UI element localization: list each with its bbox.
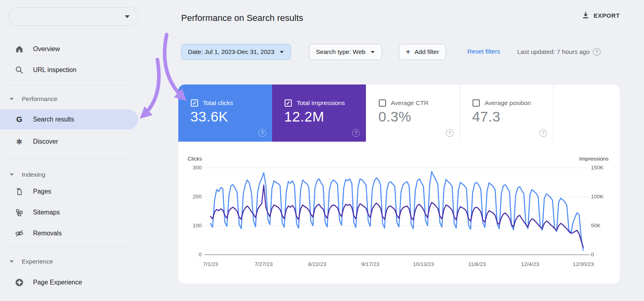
section-indexing[interactable]: Indexing <box>10 169 130 180</box>
metric-label: Average CTR <box>391 99 429 107</box>
section-experience[interactable]: Experience <box>10 256 130 267</box>
collapse-arrow-icon <box>10 260 14 263</box>
sidebar-item-removals[interactable]: Removals <box>0 226 138 241</box>
reset-filters-link[interactable]: Reset filters <box>467 48 500 55</box>
y-axis-tick: 0 <box>178 252 202 258</box>
section-header-label: Indexing <box>22 171 45 178</box>
collapse-arrow-icon <box>10 98 14 100</box>
last-updated-text: Last updated: 7 hours ago <box>517 48 590 56</box>
x-axis-tick: 7/1/23 <box>203 261 218 267</box>
export-label: EXPORT <box>594 12 620 19</box>
metric-label: Total clicks <box>203 99 233 107</box>
date-filter-chip[interactable]: Date: Jul 1, 2023-Dec 31, 2023 <box>181 44 291 60</box>
sidebar-item-discover[interactable]: ✱ Discover <box>0 134 138 149</box>
left-axis-title: Clicks <box>188 156 202 162</box>
sidebar-item-label: Pages <box>33 188 51 195</box>
y-axis-tick: 150K <box>591 165 604 171</box>
chevron-down-icon <box>280 51 284 53</box>
search-type-filter-chip[interactable]: Search type: Web <box>309 44 382 60</box>
performance-panel: ✓ Total clicks 33.6K ? ✓ Total impressio… <box>178 85 620 284</box>
page-title: Performance on Search results <box>181 13 303 23</box>
y-axis-tick: 0 <box>591 252 594 258</box>
checkbox-unchecked-icon[interactable]: ✓ <box>473 99 480 107</box>
section-performance[interactable]: Performance <box>10 93 130 105</box>
help-icon[interactable]: ? <box>593 48 601 56</box>
sidebar-item-label: Discover <box>33 138 58 145</box>
y-axis-tick: 100 <box>178 223 202 229</box>
sidebar-item-pages[interactable]: Pages <box>0 184 138 199</box>
divider <box>8 246 133 247</box>
add-filter-button[interactable]: + Add filter <box>399 44 446 60</box>
sidebar-item-page-experience[interactable]: Page Experience <box>0 275 138 290</box>
asterisk-icon: ✱ <box>14 137 24 146</box>
add-filter-label: Add filter <box>415 48 439 56</box>
help-icon[interactable]: ? <box>539 129 547 137</box>
metric-card-total-impressions[interactable]: ✓ Total impressions 12.2M ? <box>272 85 366 142</box>
sidebar-item-label: Page Experience <box>33 279 82 286</box>
sidebar-item-url-inspection[interactable]: URL inspection <box>0 63 138 77</box>
sidebar-item-label: Sitemaps <box>33 209 60 216</box>
performance-chart: Clicks Impressions 300 200 100 0 150K 10… <box>178 142 620 284</box>
sidebar-item-search-results[interactable]: G Search results <box>0 109 138 130</box>
chevron-down-icon <box>371 51 375 53</box>
metric-value: 12.2M <box>284 109 324 125</box>
main-content: Performance on Search results EXPORT Dat… <box>178 0 620 301</box>
chevron-down-icon <box>125 15 130 18</box>
y-axis-tick: 100K <box>591 194 604 200</box>
metric-card-average-ctr[interactable]: ✓ Average CTR 0.3% ? <box>366 85 460 142</box>
metric-label: Total impressions <box>297 99 345 107</box>
date-filter-label: Date: Jul 1, 2023-Dec 31, 2023 <box>188 48 275 56</box>
divider <box>8 85 133 86</box>
checkbox-checked-icon[interactable]: ✓ <box>191 99 198 107</box>
y-axis-tick: 300 <box>178 165 202 171</box>
metric-card-total-clicks[interactable]: ✓ Total clicks 33.6K ? <box>178 85 272 142</box>
home-icon <box>14 44 24 54</box>
sidebar-item-label: Search results <box>33 116 74 123</box>
metric-value: 0.3% <box>378 109 411 125</box>
divider <box>178 35 620 36</box>
sitemap-icon <box>14 208 24 217</box>
y-axis-tick: 200 <box>178 194 202 200</box>
checkbox-checked-icon[interactable]: ✓ <box>285 99 292 107</box>
download-icon <box>582 11 590 19</box>
metric-card-average-position[interactable]: ✓ Average position 47.3 ? <box>460 85 553 142</box>
sidebar-item-overview[interactable]: Overview <box>0 42 138 56</box>
collapse-arrow-icon <box>10 173 14 176</box>
help-icon[interactable]: ? <box>446 129 454 137</box>
checkbox-unchecked-icon[interactable]: ✓ <box>379 99 386 107</box>
last-updated-status: Last updated: 7 hours ago ? <box>517 48 601 56</box>
google-g-icon: G <box>14 115 24 124</box>
metric-value: 33.6K <box>190 109 228 125</box>
sidebar-item-sitemaps[interactable]: Sitemaps <box>0 205 138 220</box>
page-experience-icon <box>14 278 24 287</box>
export-button[interactable]: EXPORT <box>582 11 620 19</box>
plus-icon: + <box>406 47 411 57</box>
metric-value: 47.3 <box>472 109 500 125</box>
sidebar-item-label: URL inspection <box>33 66 76 74</box>
help-icon[interactable]: ? <box>352 129 360 137</box>
x-axis-tick: 12/30/23 <box>573 261 594 267</box>
property-selector[interactable] <box>8 7 139 26</box>
sidebar-item-label: Removals <box>33 230 62 237</box>
search-icon <box>14 65 24 75</box>
section-header-label: Experience <box>22 258 53 265</box>
x-axis-tick: 7/27/23 <box>254 261 272 267</box>
x-axis-tick: 9/17/23 <box>361 261 379 267</box>
sidebar-item-label: Overview <box>33 45 60 53</box>
x-axis-tick: 12/4/23 <box>521 261 539 267</box>
y-axis-tick: 50K <box>591 223 601 229</box>
right-axis-title: Impressions <box>579 156 609 162</box>
x-axis-tick: 8/22/23 <box>308 261 326 267</box>
divider <box>8 158 133 158</box>
pages-icon <box>14 187 24 196</box>
x-axis-tick: 10/13/23 <box>413 261 434 267</box>
eye-off-icon <box>14 229 24 238</box>
sidebar: Overview URL inspection Performance G Se… <box>0 0 178 301</box>
chart-canvas <box>178 142 620 284</box>
section-header-label: Performance <box>22 95 58 103</box>
x-axis-tick: 11/8/23 <box>468 261 486 267</box>
search-type-label: Search type: Web <box>316 48 365 56</box>
help-icon[interactable]: ? <box>258 129 266 137</box>
metric-label: Average position <box>485 99 531 107</box>
